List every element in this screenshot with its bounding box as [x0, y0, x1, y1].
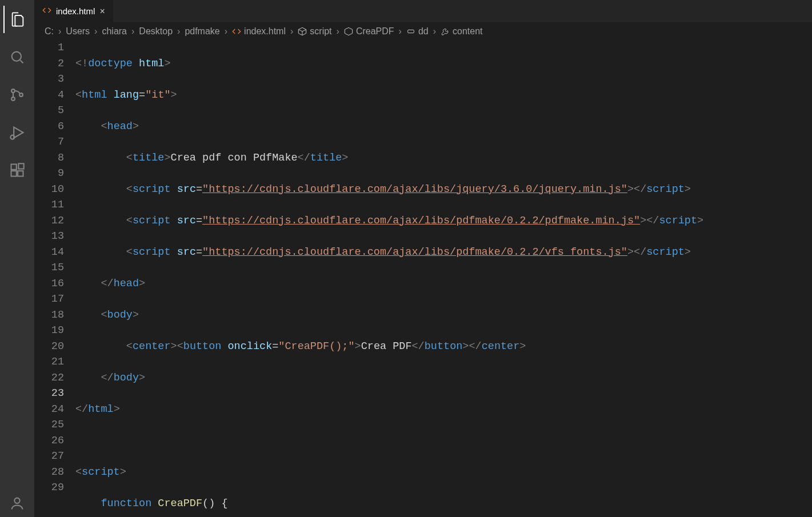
svg-point-9: [14, 498, 19, 503]
crumb-script[interactable]: script: [298, 26, 331, 37]
symbol-method-icon: [344, 27, 353, 36]
account-icon[interactable]: [3, 490, 31, 517]
html-file-icon: [232, 27, 241, 36]
tab-bar: index.html ×: [34, 0, 812, 23]
crumb-users[interactable]: Users: [66, 26, 90, 37]
svg-rect-8: [18, 163, 23, 169]
svg-rect-7: [18, 171, 23, 176]
code-line: function CreaPDF() {: [75, 496, 812, 512]
crumb-creapdf[interactable]: CreaPDF: [344, 26, 394, 37]
svg-rect-6: [11, 171, 17, 176]
code-line: </html>: [75, 402, 812, 418]
code-line: <head>: [75, 119, 812, 135]
activity-bar: [0, 0, 34, 517]
crumb-chiara[interactable]: chiara: [102, 26, 127, 37]
source-control-icon[interactable]: [3, 81, 31, 109]
code-content[interactable]: <!doctype html> <html lang="it"> <head> …: [75, 40, 812, 517]
extensions-icon[interactable]: [3, 157, 31, 184]
tab-filename: index.html: [56, 6, 95, 16]
crumb-desktop[interactable]: Desktop: [139, 26, 173, 37]
svg-rect-5: [11, 165, 17, 170]
code-line: <title>Crea pdf con PdfMake</title>: [75, 150, 812, 166]
symbol-variable-icon: [406, 27, 415, 36]
code-line: <script src="https://cdnjs.cloudflare.co…: [75, 213, 812, 229]
editor-area: index.html × C:› Users› chiara› Desktop›…: [34, 0, 812, 517]
symbol-module-icon: [298, 27, 307, 36]
crumb-content[interactable]: content: [441, 26, 482, 37]
code-line: <body>: [75, 307, 812, 323]
code-editor[interactable]: 1 2 3 4 5 6 7 8 9 10 11 12 13 14 15 16 1…: [34, 40, 812, 517]
crumb-c[interactable]: C:: [45, 26, 54, 37]
code-line: <center><button onclick="CreaPDF();">Cre…: [75, 339, 812, 355]
line-number-gutter: 1 2 3 4 5 6 7 8 9 10 11 12 13 14 15 16 1…: [34, 40, 75, 517]
code-line: <script src="https://cdnjs.cloudflare.co…: [75, 182, 812, 198]
symbol-property-icon: [441, 27, 450, 36]
tab-indexhtml[interactable]: index.html ×: [34, 0, 113, 22]
svg-point-3: [19, 93, 23, 97]
code-line: </body>: [75, 370, 812, 386]
html-file-icon: [42, 6, 51, 17]
svg-point-2: [11, 97, 15, 101]
explorer-icon[interactable]: [3, 6, 31, 33]
search-icon[interactable]: [3, 43, 31, 71]
code-line: [75, 433, 812, 449]
svg-point-0: [12, 52, 21, 61]
run-debug-icon[interactable]: [3, 119, 31, 146]
breadcrumb[interactable]: C:› Users› chiara› Desktop› pdfmake› ind…: [34, 23, 812, 40]
svg-point-1: [11, 89, 15, 93]
crumb-dd[interactable]: dd: [406, 26, 429, 37]
code-line: <!doctype html>: [75, 56, 812, 72]
crumb-indexhtml[interactable]: index.html: [232, 26, 286, 37]
close-icon[interactable]: ×: [99, 6, 105, 17]
svg-rect-10: [408, 30, 414, 33]
crumb-pdfmake[interactable]: pdfmake: [185, 26, 219, 37]
code-line: </head>: [75, 276, 812, 292]
code-line: <html lang="it">: [75, 87, 812, 103]
code-line: <script src="https://cdnjs.cloudflare.co…: [75, 245, 812, 260]
code-line: <script>: [75, 464, 812, 480]
